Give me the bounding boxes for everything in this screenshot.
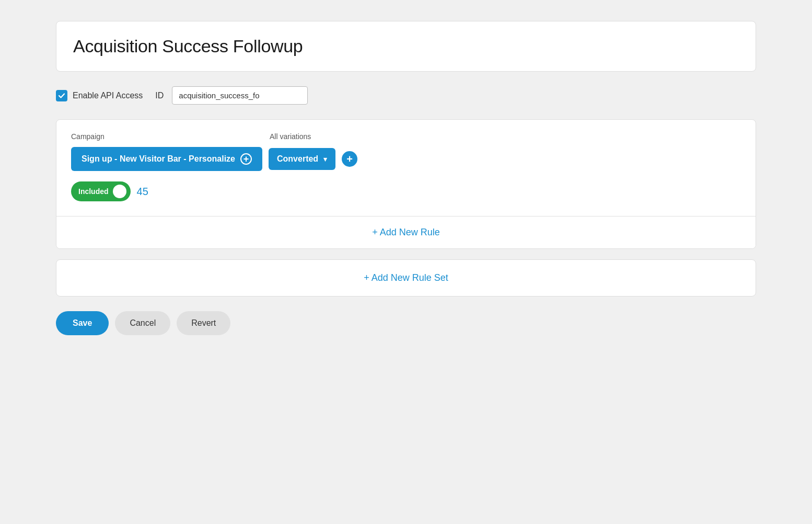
id-input[interactable] <box>172 86 308 105</box>
add-rule-set-button[interactable]: + Add New Rule Set <box>364 272 448 283</box>
campaign-button-label: Sign up - New Visitor Bar - Personalize <box>82 154 235 164</box>
campaign-section-label: Campaign <box>71 132 270 141</box>
variations-section-label: All variations <box>270 132 311 141</box>
page-title: Acquisition Success Followup <box>73 36 739 56</box>
page-container: Acquisition Success Followup Enable API … <box>56 21 756 339</box>
included-label: Included <box>78 187 109 196</box>
campaign-button[interactable]: Sign up - New Visitor Bar - Personalize … <box>71 147 262 171</box>
toggle-count: 45 <box>137 186 148 198</box>
toggle-row: Included 45 <box>71 181 741 201</box>
add-rule-set-label: + Add New Rule Set <box>364 272 448 283</box>
add-rule-set-card[interactable]: + Add New Rule Set <box>56 259 756 297</box>
add-rule-row[interactable]: + Add New Rule <box>56 216 756 248</box>
add-rule-label: + Add New Rule <box>372 227 440 238</box>
section-labels: Campaign All variations <box>71 132 741 141</box>
converted-button-label: Converted <box>277 154 318 164</box>
action-row: Save Cancel Revert <box>56 307 756 339</box>
checkbox-icon <box>56 90 67 101</box>
api-access-row: Enable API Access ID <box>56 82 756 109</box>
converted-button[interactable]: Converted ▾ <box>269 148 335 170</box>
add-rule-button[interactable]: + Add New Rule <box>372 227 440 238</box>
api-access-label: Enable API Access <box>73 91 143 100</box>
toggle-knob <box>113 185 126 198</box>
campaign-plus-icon: + <box>240 153 252 165</box>
title-card: Acquisition Success Followup <box>56 21 756 72</box>
chevron-down-icon: ▾ <box>323 155 327 163</box>
rule-body: Campaign All variations Sign up - New Vi… <box>56 120 756 216</box>
rule-set-card: Campaign All variations Sign up - New Vi… <box>56 119 756 249</box>
cancel-button[interactable]: Cancel <box>115 311 170 335</box>
included-toggle[interactable]: Included <box>71 181 131 201</box>
add-variation-button[interactable]: + <box>342 151 357 167</box>
save-button[interactable]: Save <box>56 311 109 335</box>
enable-api-checkbox[interactable]: Enable API Access <box>56 90 143 101</box>
revert-button[interactable]: Revert <box>177 311 230 335</box>
controls-row: Sign up - New Visitor Bar - Personalize … <box>71 147 741 171</box>
id-label: ID <box>155 91 164 100</box>
